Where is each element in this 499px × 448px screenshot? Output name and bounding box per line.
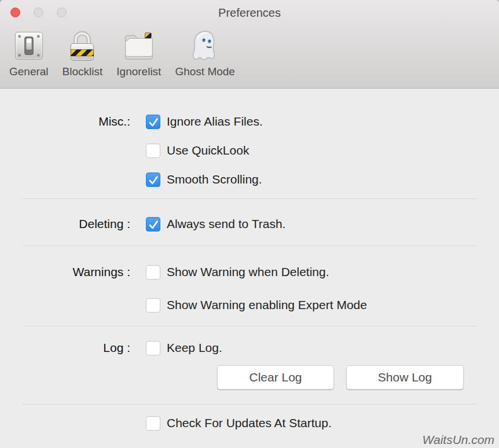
preferences-content: Misc.: Ignore Alias Files. Use QuickLook… xyxy=(0,89,499,448)
folder-hazard-icon xyxy=(120,28,157,65)
section-label-misc: Misc.: xyxy=(0,115,130,128)
watermark: WaitsUn.com xyxy=(423,433,494,447)
window-header: Preferences General xyxy=(0,0,499,89)
checkbox-always-send-to-trash[interactable] xyxy=(146,217,160,232)
padlock-icon xyxy=(64,28,101,65)
row-always-send-to-trash: Deleting : Always send to Trash. xyxy=(0,216,285,232)
checkbox-check-for-updates[interactable] xyxy=(146,416,160,431)
section-divider xyxy=(22,326,477,326)
checkbox-show-warning-expert-mode[interactable] xyxy=(146,298,160,313)
checkbox-label[interactable]: Always send to Trash. xyxy=(167,217,285,231)
row-keep-log: Log : Keep Log. xyxy=(0,340,222,356)
clear-log-button[interactable]: Clear Log xyxy=(217,365,334,390)
titlebar: Preferences xyxy=(0,0,499,25)
checkbox-label[interactable]: Smooth Scrolling. xyxy=(167,172,262,186)
checkbox-label[interactable]: Check For Updates At Startup. xyxy=(167,416,332,430)
toolbar-item-label: Blocklist xyxy=(63,65,103,78)
checkbox-label[interactable]: Show Warning when Deleting. xyxy=(167,265,329,279)
ghost-icon xyxy=(186,28,223,65)
toolbar: General Blocklist xyxy=(9,28,235,78)
section-divider xyxy=(22,245,477,246)
checkbox-keep-log[interactable] xyxy=(146,341,160,355)
toolbar-item-ghost-mode[interactable]: Ghost Mode xyxy=(175,28,235,78)
checkbox-ignore-alias-files[interactable] xyxy=(146,115,160,129)
toolbar-item-label: Ghost Mode xyxy=(175,65,235,78)
section-label-warnings: Warnings : xyxy=(0,265,130,279)
section-divider xyxy=(22,404,477,405)
checkmark-icon xyxy=(147,218,160,232)
section-label-log: Log : xyxy=(0,341,130,355)
checkbox-label[interactable]: Keep Log. xyxy=(167,341,222,355)
preferences-window: Preferences General xyxy=(0,0,499,448)
checkbox-label[interactable]: Ignore Alias Files. xyxy=(167,115,263,128)
row-check-for-updates: Check For Updates At Startup. xyxy=(0,415,332,431)
toolbar-item-general[interactable]: General xyxy=(9,28,49,78)
row-use-quicklook: Use QuickLook xyxy=(0,142,249,159)
section-label-deleting: Deleting : xyxy=(0,217,130,231)
row-ignore-alias-files: Misc.: Ignore Alias Files. xyxy=(0,113,263,130)
checkbox-show-warning-when-deleting[interactable] xyxy=(146,265,160,280)
light-switch-icon xyxy=(10,28,47,65)
show-log-button[interactable]: Show Log xyxy=(346,365,464,390)
checkbox-label[interactable]: Show Warning enabling Expert Mode xyxy=(167,298,367,312)
toolbar-item-label: General xyxy=(9,65,49,78)
toolbar-item-blocklist[interactable]: Blocklist xyxy=(63,28,103,78)
section-divider xyxy=(22,199,477,199)
checkmark-icon xyxy=(147,174,160,187)
checkmark-icon xyxy=(147,116,160,129)
toolbar-item-ignorelist[interactable]: Ignorelist xyxy=(116,28,161,78)
toolbar-item-label: Ignorelist xyxy=(116,65,161,78)
row-show-warning-when-deleting: Warnings : Show Warning when Deleting. xyxy=(0,264,329,280)
checkbox-smooth-scrolling[interactable] xyxy=(146,172,160,187)
row-show-warning-expert-mode: Show Warning enabling Expert Mode xyxy=(0,297,367,313)
checkbox-use-quicklook[interactable] xyxy=(146,144,160,158)
row-smooth-scrolling: Smooth Scrolling. xyxy=(0,171,262,188)
window-title: Preferences xyxy=(0,6,499,20)
checkbox-label[interactable]: Use QuickLook xyxy=(167,144,249,157)
